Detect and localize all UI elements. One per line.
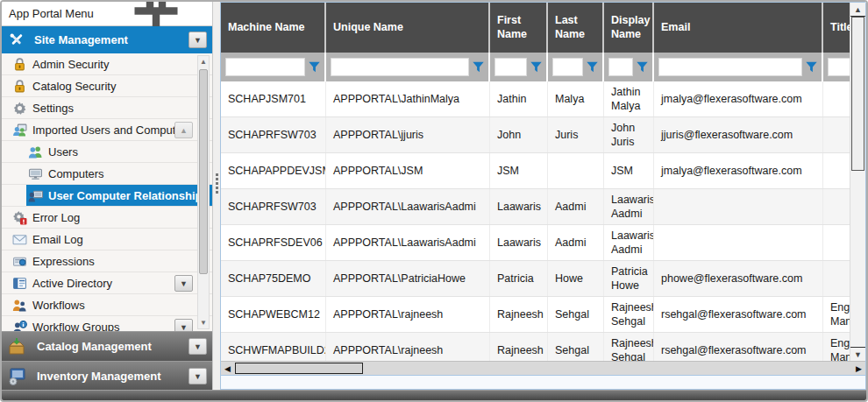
horizontal-scrollbar-thumb[interactable] (235, 363, 363, 374)
sidebar-item-workflow-groups[interactable]: Workflow Groups▼ (2, 316, 212, 331)
chevron-down-icon[interactable]: ▼ (174, 319, 193, 331)
column-header-display-name[interactable]: Display Name (604, 3, 654, 53)
chevron-down-icon[interactable]: ▼ (189, 368, 207, 384)
cell-first-name: Rajneesh (490, 333, 548, 361)
sidebar-section-catalog-management[interactable]: Catalog Management ▼ (2, 331, 212, 361)
sidebar-item-error-log[interactable]: Error Log (2, 207, 212, 229)
scroll-down-icon[interactable]: ▼ (850, 347, 865, 361)
cell-unique-name: APPPORTAL\LaawarisAadmi (326, 225, 490, 260)
sidebar-item-label: Workflow Groups (32, 321, 119, 332)
filter-input-machine-name[interactable] (225, 58, 305, 76)
sidebar-item-label: Expressions (32, 255, 95, 268)
cell-title (823, 117, 850, 152)
column-header-unique-name[interactable]: Unique Name (326, 3, 490, 53)
cell-display-name: Rajneesh Sehgal (604, 297, 654, 332)
sidebar-scrollbar-thumb[interactable] (199, 69, 208, 274)
filter-cell-unique-name (326, 53, 490, 81)
sidebar-item-admin-security[interactable]: Admin Security (2, 53, 212, 75)
table-row[interactable]: SCHAPRFSDEV06APPPORTAL\LaawarisAadmiLaaw… (221, 225, 850, 261)
app-window: App Portal Menu Site Management ▼ Admin … (0, 0, 868, 402)
vertical-scrollbar-thumb[interactable] (851, 17, 864, 171)
chevron-down-icon[interactable]: ▼ (174, 275, 193, 292)
sidebar-scrollbar[interactable]: ▲ ▼ (197, 55, 210, 329)
column-header-label: First Name (497, 14, 539, 41)
column-header-label: Display Name (611, 14, 650, 41)
cell-title (823, 225, 850, 260)
filter-cell-email (654, 53, 823, 81)
cell-display-name: Rajneesh Sehgal (604, 333, 654, 361)
sidebar-item-catalog-security[interactable]: Catalog Security (2, 75, 212, 97)
lock-icon (12, 57, 27, 72)
sidebar-splitter[interactable] (213, 2, 220, 391)
sidebar-section-site-management[interactable]: Site Management ▼ (2, 26, 212, 53)
grid-viewport: Machine NameUnique NameFirst NameLast Na… (221, 3, 850, 361)
table-row[interactable]: SCHAPWEBCM12APPPORTAL\rajneeshRajneeshSe… (221, 297, 850, 333)
sidebar-item-computers[interactable]: Computers (2, 163, 212, 185)
scroll-up-icon[interactable]: ▲ (850, 3, 865, 17)
sidebar-item-users[interactable]: Users (2, 141, 212, 163)
column-header-last-name[interactable]: Last Name (548, 3, 604, 53)
filter-input-email[interactable] (658, 58, 802, 76)
chevron-up-icon[interactable]: ▲ (174, 122, 193, 138)
grid-horizontal-scrollbar[interactable]: ◀ ▶ (221, 361, 865, 375)
sidebar-item-email-log[interactable]: Email Log (2, 229, 212, 250)
sidebar-item-settings[interactable]: Settings (2, 97, 212, 119)
column-header-label: Last Name (555, 14, 595, 41)
sidebar-item-expressions[interactable]: Expressions (2, 250, 212, 272)
cell-machine-name: SCHAP75DEMO (221, 261, 326, 296)
filter-icon[interactable] (309, 61, 320, 73)
column-header-first-name[interactable]: First Name (490, 3, 548, 53)
column-header-machine-name[interactable]: Machine Name (221, 3, 326, 53)
chevron-down-icon[interactable]: ▼ (189, 338, 207, 355)
workflow-groups-icon (12, 320, 27, 332)
table-row[interactable]: SCHAPAPPDEVJSMAPPPORTAL\JSMJSMJSMjmalya@… (221, 153, 850, 189)
chevron-down-icon[interactable]: ▼ (189, 32, 207, 48)
scroll-left-icon[interactable]: ◀ (221, 362, 234, 375)
filter-icon[interactable] (530, 61, 542, 73)
cell-machine-name: SCHAPRFSDEV06 (221, 225, 326, 260)
filter-input-unique-name[interactable] (331, 58, 469, 76)
sidebar-item-user-computer-relationships[interactable]: User Computer Relationships (2, 185, 212, 207)
grid-vertical-scrollbar[interactable]: ▲ ▼ (850, 3, 865, 361)
filter-cell-title (823, 53, 850, 81)
cell-email: rsehgal@flexerasoftware.com (654, 333, 823, 361)
cell-machine-name: SCHAPRFSW703 (221, 189, 326, 224)
column-header-title[interactable]: Title (823, 3, 850, 53)
sidebar-item-label: Admin Security (32, 58, 109, 71)
cell-display-name: Patricia Howe (604, 261, 654, 296)
filter-input-display-name[interactable] (608, 58, 633, 76)
filter-icon[interactable] (473, 61, 484, 73)
sidebar-item-label: Computers (48, 167, 104, 180)
active-directory-icon (12, 276, 27, 291)
filter-input-last-name[interactable] (552, 58, 583, 76)
cell-display-name: Laawaris Aadmi (604, 189, 654, 224)
sidebar-item-label: Imported Users and Computers (32, 123, 191, 137)
sidebar-item-imported-users-and-computers[interactable]: Imported Users and Computers▲ (2, 119, 212, 141)
table-row[interactable]: SCHAPRFSW703APPPORTAL\jjurisJohnJurisJoh… (221, 117, 850, 153)
lock-icon (12, 79, 27, 94)
filter-icon[interactable] (587, 61, 598, 73)
sidebar-item-workflows[interactable]: Workflows (2, 294, 212, 316)
filter-icon[interactable] (806, 61, 817, 73)
table-row[interactable]: SCHAPJSM701APPPORTAL\JathinMalyaJathinMa… (221, 81, 850, 117)
scroll-down-icon[interactable]: ▼ (198, 317, 209, 328)
table-row[interactable]: SCHWFMAPBUILD2APPPORTAL\rajneeshRajneesh… (221, 333, 850, 361)
filter-input-first-name[interactable] (494, 58, 527, 76)
table-row[interactable]: SCHAPRFSW703APPPORTAL\LaawarisAadmiLaawa… (221, 189, 850, 225)
pin-icon[interactable] (107, 7, 205, 21)
sidebar-section-inventory-management[interactable]: Inventory Management ▼ (2, 361, 212, 391)
filter-icon[interactable] (637, 61, 648, 73)
cell-last-name: Sehgal (548, 333, 604, 361)
cell-last-name: Aadmi (548, 225, 604, 260)
scroll-up-icon[interactable]: ▲ (198, 56, 209, 67)
table-row[interactable]: SCHAP75DEMOAPPPORTAL\PatriciaHowePatrici… (221, 261, 850, 297)
cell-title: Engineering Manager (823, 333, 850, 361)
cell-first-name: Laawaris (490, 189, 548, 224)
column-header-email[interactable]: Email (654, 3, 823, 53)
section-label: Catalog Management (37, 340, 189, 353)
section-label: Inventory Management (37, 370, 189, 383)
filter-input-title[interactable] (828, 58, 850, 76)
cell-display-name: Laawaris Aadmi (604, 225, 654, 260)
sidebar-item-active-directory[interactable]: Active Directory▼ (2, 272, 212, 294)
scroll-right-icon[interactable]: ▶ (852, 362, 865, 375)
